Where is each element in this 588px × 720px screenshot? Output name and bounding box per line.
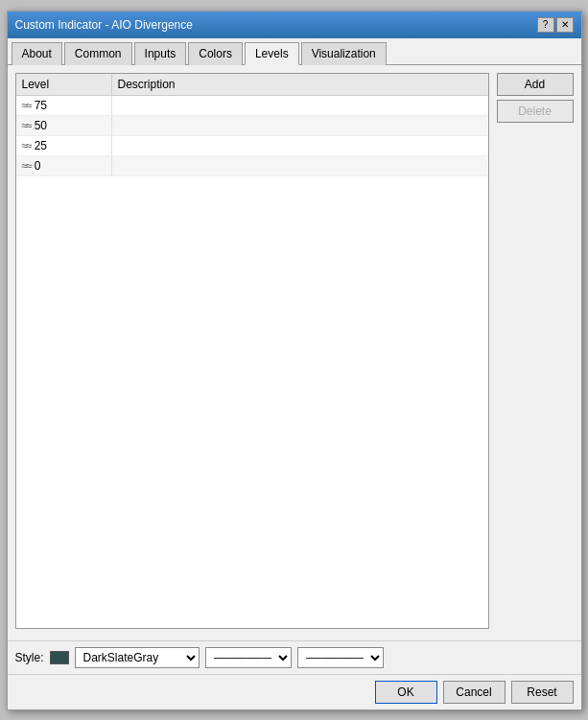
col-level: Level: [16, 74, 112, 95]
add-button[interactable]: Add: [497, 73, 574, 96]
level-value-2: 25: [35, 139, 47, 152]
level-icon-0: ≈≈: [22, 99, 31, 112]
color-swatch[interactable]: [50, 651, 69, 664]
desc-cell-2: [112, 136, 488, 155]
title-controls: ? ✕: [537, 17, 574, 33]
delete-button[interactable]: Delete: [497, 100, 574, 123]
ok-button[interactable]: OK: [375, 681, 437, 704]
tab-visualization[interactable]: Visualization: [301, 42, 387, 65]
button-panel: Add Delete: [497, 73, 574, 629]
level-icon-3: ≈≈: [22, 159, 31, 173]
tab-bar: About Common Inputs Colors Levels Visual…: [8, 38, 581, 65]
level-cell-3: ≈≈ 0: [16, 156, 112, 175]
tab-inputs[interactable]: Inputs: [134, 42, 187, 65]
desc-cell-3: [112, 156, 488, 175]
help-button[interactable]: ?: [537, 17, 554, 33]
content-inner: Level Description ≈≈ 75 ≈≈ 50: [15, 73, 574, 629]
tab-common[interactable]: Common: [64, 42, 132, 65]
level-value-1: 50: [35, 119, 47, 132]
tab-colors[interactable]: Colors: [188, 42, 243, 65]
level-cell-1: ≈≈ 50: [16, 116, 112, 135]
table-row[interactable]: ≈≈ 50: [16, 116, 488, 136]
table-row[interactable]: ≈≈ 25: [16, 136, 488, 156]
title-bar: Custom Indicator - AIO Divergence ? ✕: [8, 12, 581, 38]
desc-cell-1: [112, 116, 488, 135]
table-row[interactable]: ≈≈ 0: [16, 156, 488, 176]
level-icon-1: ≈≈: [22, 119, 31, 132]
line-width-select[interactable]: ────────: [297, 647, 384, 668]
close-button[interactable]: ✕: [556, 17, 574, 33]
reset-button[interactable]: Reset: [511, 681, 574, 704]
dialog-buttons: OK Cancel Reset: [8, 674, 581, 709]
tab-content: Level Description ≈≈ 75 ≈≈ 50: [8, 65, 581, 640]
col-description: Description: [112, 74, 488, 95]
tab-about[interactable]: About: [12, 42, 62, 65]
color-select[interactable]: DarkSlateGray: [75, 647, 200, 668]
line-style-select[interactable]: ────────: [205, 647, 292, 668]
level-cell-0: ≈≈ 75: [16, 96, 112, 115]
level-cell-2: ≈≈ 25: [16, 136, 112, 155]
style-bar: Style: DarkSlateGray ──────── ────────: [8, 640, 581, 674]
level-value-3: 0: [35, 159, 41, 173]
table-row[interactable]: ≈≈ 75: [16, 96, 488, 116]
tab-levels[interactable]: Levels: [245, 42, 299, 65]
levels-table: Level Description ≈≈ 75 ≈≈ 50: [15, 73, 489, 629]
style-label: Style:: [15, 651, 44, 664]
level-value-0: 75: [35, 99, 47, 112]
table-header: Level Description: [16, 74, 488, 96]
desc-cell-0: [112, 96, 488, 115]
dialog-window: Custom Indicator - AIO Divergence ? ✕ Ab…: [7, 11, 582, 710]
window-title: Custom Indicator - AIO Divergence: [15, 18, 193, 32]
level-icon-2: ≈≈: [22, 139, 31, 152]
cancel-button[interactable]: Cancel: [443, 681, 506, 704]
